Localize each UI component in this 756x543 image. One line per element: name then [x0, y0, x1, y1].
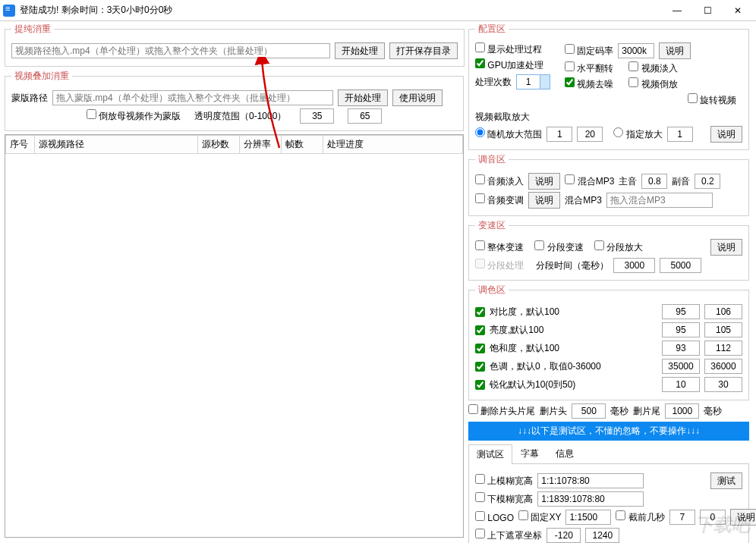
close-button[interactable]: ✕: [723, 0, 753, 21]
rate-explain-button[interactable]: 说明: [659, 42, 691, 59]
test-button[interactable]: 测试: [710, 472, 742, 489]
rate-input[interactable]: [618, 43, 654, 58]
seg-speed-checkbox[interactable]: [534, 240, 544, 250]
pitch-checkbox[interactable]: [475, 193, 485, 203]
bright-checkbox[interactable]: [475, 325, 485, 335]
rotate-checkbox[interactable]: [688, 93, 698, 103]
main-vol-input[interactable]: [641, 174, 667, 189]
skip-explain-button[interactable]: 说明: [730, 509, 756, 526]
opacity-min-input[interactable]: [300, 108, 334, 124]
fixed-zoom-input[interactable]: [667, 127, 693, 142]
seg-time2-input[interactable]: [660, 258, 701, 273]
speed-legend: 变速区: [475, 219, 509, 232]
contrast-checkbox[interactable]: [475, 307, 485, 317]
col-index: 序号: [6, 136, 35, 154]
mask-path-input[interactable]: [52, 90, 333, 105]
denoise-checkbox[interactable]: [565, 77, 575, 87]
col-resolution: 分辨率: [240, 136, 282, 154]
maximize-button[interactable]: ☐: [692, 0, 723, 21]
open-save-dir-button[interactable]: 打开保存目录: [389, 42, 458, 59]
overlay-manual-button[interactable]: 使用说明: [392, 89, 443, 106]
audio-explain2-button[interactable]: 说明: [528, 192, 560, 209]
seg-time1-input[interactable]: [613, 258, 655, 273]
mix-mp3-checkbox[interactable]: [565, 174, 575, 184]
hue2-input[interactable]: [704, 359, 742, 374]
col-frames: 帧数: [282, 136, 323, 154]
sat-checkbox[interactable]: [475, 344, 485, 353]
whole-speed-checkbox[interactable]: [475, 240, 485, 250]
show-process-checkbox[interactable]: [475, 42, 485, 52]
start-process-button[interactable]: 开始处理: [335, 42, 385, 59]
video-path-input[interactable]: [11, 43, 330, 58]
speed-explain-button[interactable]: 说明: [710, 239, 742, 256]
overlay-start-button[interactable]: 开始处理: [338, 89, 388, 106]
window-title: 登陆成功! 剩余时间：3天0小时0分0秒: [20, 4, 662, 17]
seg-proc-checkbox: [475, 259, 485, 268]
sharp2-input[interactable]: [704, 377, 742, 392]
hue-checkbox[interactable]: [475, 362, 485, 372]
sharp-checkbox[interactable]: [475, 380, 485, 390]
mix-mp3-input[interactable]: [606, 193, 713, 208]
random-max-input[interactable]: [577, 127, 603, 142]
config-group: 配置区 显示处理过程 GPU加速处理 处理次数 固定码率 说明: [468, 23, 749, 150]
config-legend: 配置区: [475, 23, 509, 36]
audio-group: 调音区 音频淡入 说明 混合MP3 主音 副音 音频变调 说明 混合MP3: [468, 153, 749, 216]
app-icon: [3, 5, 15, 17]
fixed-rate-checkbox[interactable]: [565, 44, 575, 54]
hflip-checkbox[interactable]: [565, 61, 575, 71]
fixxy-checkbox[interactable]: [518, 510, 528, 520]
trim-checkbox[interactable]: [468, 404, 478, 414]
audio-explain1-button[interactable]: 说明: [528, 173, 560, 190]
overlay-legend: 视频叠加消重: [11, 70, 72, 83]
skip1-input[interactable]: [669, 510, 695, 525]
upper-blur-checkbox[interactable]: [475, 474, 485, 484]
audio-fade-checkbox[interactable]: [475, 174, 485, 184]
mask-coord1-input[interactable]: [547, 528, 581, 543]
fixed-zoom-radio[interactable]: [613, 127, 623, 137]
upper-blur-input[interactable]: [537, 473, 644, 488]
reverse-mother-checkbox[interactable]: [87, 109, 96, 119]
col-path: 源视频路径: [35, 136, 198, 154]
crop-label: 视频截取放大: [475, 111, 742, 124]
tab-bar: 测试区 字幕 信息: [468, 444, 749, 464]
sharp1-input[interactable]: [662, 377, 700, 392]
minimize-button[interactable]: —: [662, 0, 692, 21]
fadein-checkbox[interactable]: [628, 61, 638, 71]
crop-explain-button[interactable]: 说明: [710, 126, 742, 143]
bright2-input[interactable]: [704, 322, 742, 337]
gpu-checkbox[interactable]: [475, 58, 485, 68]
color-group: 调色区 对比度，默认100 亮度,默认100 饱和度，默认100 色调，默认0，…: [468, 284, 749, 400]
random-zoom-radio[interactable]: [475, 127, 485, 137]
trim-tail-input[interactable]: [665, 403, 699, 419]
fixxy-input[interactable]: [565, 510, 611, 525]
trim-head-input[interactable]: [572, 403, 606, 419]
contrast2-input[interactable]: [704, 304, 742, 319]
bright1-input[interactable]: [662, 322, 700, 337]
skip-checkbox[interactable]: [616, 510, 625, 520]
mask-coord-checkbox[interactable]: [475, 529, 485, 538]
mask-coord2-input[interactable]: [585, 528, 619, 543]
sub-vol-input[interactable]: [695, 174, 720, 189]
sat2-input[interactable]: [704, 341, 742, 356]
opacity-max-input[interactable]: [348, 108, 382, 124]
reverse-mother-checkbox-label[interactable]: 倒放母视频作为蒙版: [87, 109, 181, 123]
lower-blur-input[interactable]: [537, 491, 644, 507]
tab-test[interactable]: 测试区: [468, 444, 512, 464]
video-table[interactable]: 序号 源视频路径 源秒数 分辨率 帧数 处理进度: [5, 134, 464, 538]
col-seconds: 源秒数: [198, 136, 240, 154]
seg-zoom-checkbox[interactable]: [594, 240, 604, 250]
tab-subtitle[interactable]: 字幕: [512, 444, 547, 463]
logo-checkbox[interactable]: [475, 511, 485, 521]
titlebar: 登陆成功! 剩余时间：3天0小时0分0秒 — ☐ ✕: [0, 0, 756, 21]
contrast1-input[interactable]: [662, 304, 700, 319]
test-banner: ↓↓↓以下是测试区，不懂的忽略，不要操作↓↓↓: [468, 422, 749, 441]
sat1-input[interactable]: [662, 341, 700, 356]
process-count-spinner[interactable]: [516, 74, 550, 89]
tab-info[interactable]: 信息: [547, 444, 582, 463]
skip2-input[interactable]: [700, 510, 726, 525]
hue1-input[interactable]: [662, 359, 700, 374]
reverse-checkbox[interactable]: [628, 77, 638, 87]
lower-blur-checkbox[interactable]: [475, 492, 485, 502]
color-legend: 调色区: [475, 284, 509, 297]
random-min-input[interactable]: [547, 127, 572, 142]
